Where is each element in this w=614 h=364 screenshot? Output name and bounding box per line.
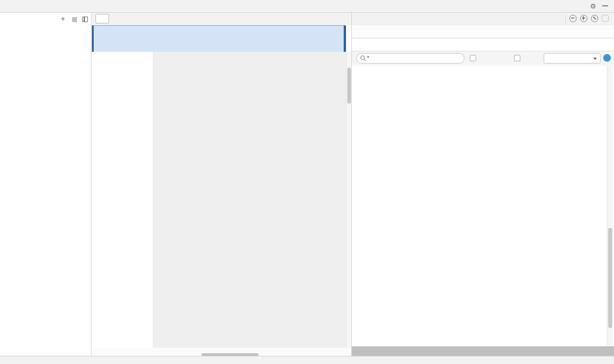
threads-chart-background xyxy=(153,52,346,348)
flame-scrollbar-thumb[interactable] xyxy=(608,228,612,328)
cpu-accent-bar xyxy=(92,26,94,52)
reset-zoom-icon[interactable] xyxy=(591,15,598,22)
flame-search-row xyxy=(352,51,614,66)
stop-session-icon[interactable] xyxy=(72,17,77,22)
zoom-to-selection-icon[interactable] xyxy=(602,15,609,22)
cpu-accent-bar-right xyxy=(344,26,346,52)
zoom-out-icon[interactable] xyxy=(569,15,577,22)
flame-percent-ruler xyxy=(352,346,614,356)
threads-vertical-scrollbar[interactable] xyxy=(346,52,351,348)
analysis-tabs xyxy=(352,25,614,38)
threads-timeline xyxy=(92,52,351,348)
chevron-down-icon xyxy=(593,58,597,60)
analysis-subtabs xyxy=(352,38,614,51)
status-bar xyxy=(0,356,614,364)
zoom-in-icon[interactable] xyxy=(580,15,587,22)
analysis-toolbar xyxy=(352,13,614,25)
regex-checkbox[interactable] xyxy=(514,55,520,61)
collapse-panel-icon[interactable] xyxy=(82,17,88,22)
search-options-caret-icon[interactable] xyxy=(367,56,369,58)
gear-icon[interactable]: ⚙ xyxy=(590,2,596,10)
search-input[interactable] xyxy=(370,54,462,64)
toolbar-divider xyxy=(565,15,566,23)
add-session-icon[interactable]: + xyxy=(61,15,65,23)
analysis-panel xyxy=(351,13,614,356)
cpu-usage-banner[interactable] xyxy=(92,25,346,52)
minimize-icon[interactable] xyxy=(602,5,608,6)
flame-vertical-scrollbar[interactable] xyxy=(607,66,613,346)
clock-mode-dropdown[interactable] xyxy=(544,53,600,64)
profiler-window: ⚙ + xyxy=(0,0,614,364)
match-case-checkbox[interactable] xyxy=(470,55,476,61)
help-icon[interactable] xyxy=(603,54,611,62)
threads-scrollbar-thumb[interactable] xyxy=(347,68,351,104)
threads-toolbar xyxy=(92,13,351,25)
sessions-panel: + xyxy=(0,13,91,356)
search-box[interactable] xyxy=(356,53,464,64)
collapse-frames-button[interactable] xyxy=(96,14,109,23)
flame-chart xyxy=(352,66,614,346)
search-icon xyxy=(360,55,367,62)
title-bar: ⚙ xyxy=(0,0,614,13)
